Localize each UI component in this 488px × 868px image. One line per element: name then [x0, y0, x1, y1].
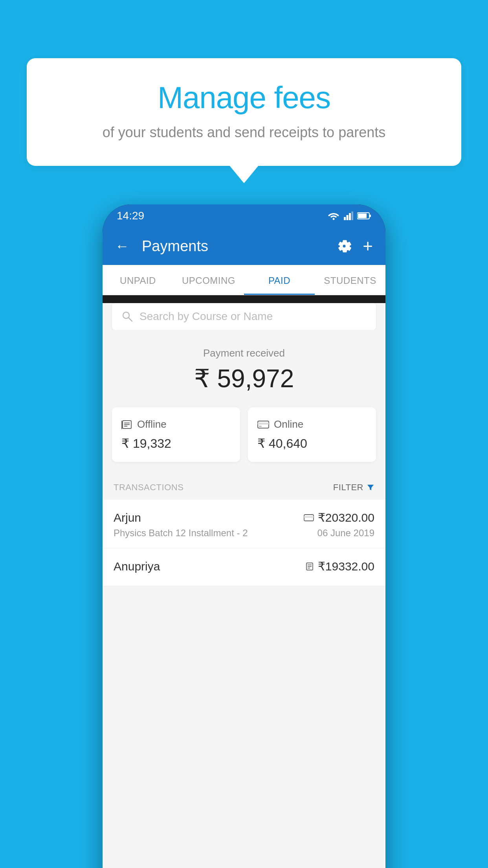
svg-rect-7: [369, 215, 371, 217]
back-button[interactable]: ←: [115, 238, 129, 254]
manage-fees-title: Manage fees: [50, 80, 438, 116]
filter-button[interactable]: FILTER: [333, 482, 374, 493]
search-icon: [121, 311, 133, 322]
filter-icon: [367, 484, 374, 491]
transaction-date-arjun: 06 June 2019: [317, 528, 374, 539]
transaction-amount-value-anupriya: ₹19332.00: [318, 559, 374, 573]
online-payment-icon: [304, 514, 314, 521]
transaction-course-arjun: Physics Batch 12 Installment - 2: [114, 528, 248, 539]
search-bar[interactable]: Search by Course or Name: [112, 303, 376, 330]
settings-icon[interactable]: [337, 239, 352, 254]
phone-wrapper: 14:29: [103, 204, 385, 868]
header-title: Payments: [142, 238, 327, 255]
tab-upcoming[interactable]: UPCOMING: [173, 265, 244, 295]
svg-point-8: [123, 312, 129, 318]
transaction-name-arjun: Arjun: [114, 511, 141, 524]
transactions-label: TRANSACTIONS: [114, 482, 183, 493]
svg-rect-18: [304, 516, 314, 518]
tab-students[interactable]: STUDENTS: [315, 265, 385, 295]
transaction-row-bottom-arjun: Physics Batch 12 Installment - 2 06 June…: [114, 528, 374, 539]
online-amount: ₹ 40,640: [257, 436, 367, 451]
offline-icon: [121, 419, 132, 430]
svg-rect-1: [344, 217, 346, 220]
online-payment-card: Online ₹ 40,640: [248, 407, 376, 462]
battery-icon: [357, 212, 371, 220]
tab-unpaid[interactable]: UNPAID: [103, 265, 173, 295]
offline-payment-icon: [305, 562, 314, 571]
search-placeholder-text: Search by Course or Name: [139, 310, 273, 323]
svg-point-0: [333, 218, 335, 220]
svg-rect-6: [358, 213, 367, 218]
speech-bubble: Manage fees of your students and send re…: [27, 58, 461, 166]
transaction-name-anupriya: Anupriya: [114, 560, 160, 573]
app-header: ← Payments +: [103, 227, 385, 265]
status-icons: [327, 211, 371, 220]
wifi-icon: [327, 211, 340, 220]
transaction-amount-anupriya: ₹19332.00: [305, 559, 374, 573]
status-time: 14:29: [117, 210, 144, 222]
payment-received-amount: ₹ 59,972: [112, 364, 376, 393]
status-bar: 14:29: [103, 204, 385, 227]
transaction-item-arjun[interactable]: Arjun ₹20320.00 Physics Batch 12 Install…: [103, 500, 385, 548]
transaction-item-anupriya[interactable]: Anupriya ₹19332.00: [103, 548, 385, 586]
transaction-row-top-arjun: Arjun ₹20320.00: [114, 511, 374, 524]
payment-cards: Offline ₹ 19,332 Online: [103, 407, 385, 474]
svg-rect-4: [352, 211, 354, 220]
header-icons: +: [337, 236, 373, 256]
payment-received-label: Payment received: [112, 347, 376, 359]
add-button[interactable]: +: [363, 236, 373, 256]
transaction-amount-value-arjun: ₹20320.00: [318, 511, 374, 524]
offline-amount: ₹ 19,332: [121, 436, 231, 451]
payment-received-section: Payment received ₹ 59,972: [103, 330, 385, 407]
phone: 14:29: [103, 204, 385, 868]
offline-card-header: Offline: [121, 418, 231, 430]
offline-payment-card: Offline ₹ 19,332: [112, 407, 240, 462]
svg-rect-2: [347, 215, 349, 220]
svg-rect-15: [258, 423, 269, 425]
transactions-header: TRANSACTIONS FILTER: [103, 474, 385, 500]
tabs-container: UNPAID UPCOMING PAID STUDENTS: [103, 265, 385, 295]
online-card-header: Online: [257, 418, 367, 430]
offline-label: Offline: [137, 418, 167, 430]
online-label: Online: [274, 418, 303, 430]
transaction-row-top-anupriya: Anupriya ₹19332.00: [114, 559, 374, 573]
svg-rect-16: [259, 426, 262, 427]
svg-rect-3: [349, 213, 351, 220]
manage-fees-subtitle: of your students and send receipts to pa…: [50, 123, 438, 142]
signal-icon: [344, 211, 353, 220]
svg-line-9: [129, 318, 132, 322]
app-content: Search by Course or Name Payment receive…: [103, 303, 385, 868]
online-icon: [257, 420, 269, 429]
tab-paid[interactable]: PAID: [244, 265, 315, 295]
transaction-amount-arjun: ₹20320.00: [304, 511, 374, 524]
speech-bubble-container: Manage fees of your students and send re…: [27, 58, 461, 166]
